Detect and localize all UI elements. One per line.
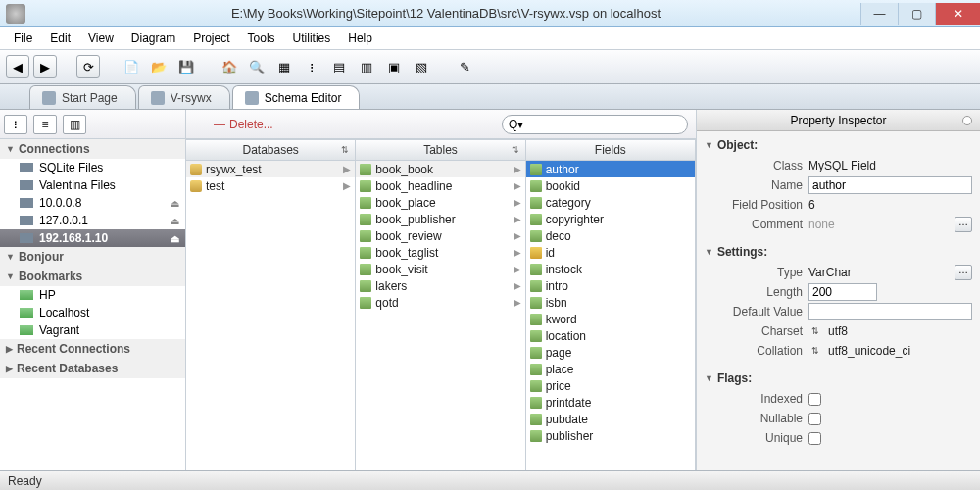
sidebar-item-127-0-0-1[interactable]: 127.0.0.1⏏ [0, 212, 185, 229]
new-icon[interactable]: 📄 [120, 55, 143, 78]
row-isbn[interactable]: isbn [526, 294, 695, 311]
row-author[interactable]: author [526, 161, 695, 177]
row-icon [530, 214, 542, 225]
tool5-icon[interactable]: ▤ [327, 55, 351, 78]
tab-schema-editor[interactable]: Schema Editor [232, 85, 361, 109]
diagram-icon[interactable]: ⫶ [300, 55, 323, 78]
search-box[interactable]: Q▾ [502, 115, 688, 134]
row-book_taglist[interactable]: book_taglist▶ [356, 244, 524, 261]
sidebar-section-recent-connections[interactable]: ▶Recent Connections [0, 339, 185, 359]
type-value[interactable]: VarChar [808, 266, 949, 279]
menu-view[interactable]: View [80, 29, 122, 47]
window-title: E:\My Books\Working\Sitepoint\12 Valenti… [31, 6, 860, 21]
sidebar-item-hp[interactable]: HP [0, 286, 185, 304]
databases-header[interactable]: Databases⇅ [186, 139, 356, 160]
length-input[interactable] [808, 283, 877, 301]
search-input[interactable] [523, 118, 681, 131]
row-book_visit[interactable]: book_visit▶ [356, 261, 524, 277]
nullable-checkbox[interactable] [808, 413, 821, 425]
back-button[interactable]: ◀ [6, 55, 29, 78]
sidebar-section-bookmarks[interactable]: ▼Bookmarks [0, 267, 185, 286]
view-tree-button[interactable]: ⫶ [4, 115, 27, 134]
tool7-icon[interactable]: ▣ [382, 55, 406, 78]
comment-more-button[interactable]: … [955, 217, 972, 232]
row-printdate[interactable]: printdate [526, 394, 695, 411]
collation-value[interactable]: utf8_unicode_ci [828, 344, 972, 358]
delete-button[interactable]: — Delete... [214, 118, 273, 131]
row-test[interactable]: test▶ [186, 177, 355, 194]
row-book_review[interactable]: book_review▶ [356, 227, 524, 244]
sidebar-item-192-168-1-10[interactable]: 192.168.1.10⏏ [0, 229, 185, 247]
indexed-checkbox[interactable] [808, 393, 821, 406]
menu-tools[interactable]: Tools [240, 29, 283, 47]
sidebar-item-sqlite-files[interactable]: SQLite Files [0, 159, 185, 176]
menu-utilities[interactable]: Utilities [285, 29, 339, 47]
refresh-button[interactable]: ⟳ [76, 55, 100, 78]
sidebar-section-connections[interactable]: ▼Connections [0, 139, 185, 159]
search-icon[interactable]: 🔍 [245, 55, 269, 78]
row-rsywx_test[interactable]: rsywx_test▶ [186, 161, 355, 177]
row-instock[interactable]: instock [526, 261, 695, 277]
save-icon[interactable]: 💾 [174, 55, 198, 78]
close-button[interactable]: ✕ [935, 3, 980, 24]
name-input[interactable] [808, 176, 972, 194]
forward-button[interactable]: ▶ [33, 55, 57, 78]
type-more-button[interactable]: … [955, 265, 972, 280]
tab-start-page[interactable]: Start Page [29, 85, 136, 109]
menu-edit[interactable]: Edit [42, 29, 78, 47]
row-category[interactable]: category [526, 194, 695, 211]
sidebar-item-10-0-0-8[interactable]: 10.0.0.8⏏ [0, 194, 185, 212]
eject-icon[interactable]: ⏏ [171, 216, 179, 226]
brush-icon[interactable]: ✎ [453, 55, 476, 78]
view-columns-button[interactable]: ▥ [63, 115, 86, 134]
charset-value[interactable]: utf8 [828, 324, 972, 338]
row-deco[interactable]: deco [526, 227, 695, 244]
sidebar-section-recent-databases[interactable]: ▶Recent Databases [0, 359, 185, 378]
sql-icon[interactable]: ▦ [272, 55, 296, 78]
menu-project[interactable]: Project [185, 29, 237, 47]
sidebar-item-vagrant[interactable]: Vagrant [0, 321, 185, 339]
settings-section-header[interactable]: ▼Settings: [705, 245, 972, 259]
row-qotd[interactable]: qotd▶ [356, 294, 524, 311]
row-book_place[interactable]: book_place▶ [356, 194, 524, 211]
minimize-button[interactable]: — [860, 3, 898, 24]
menu-diagram[interactable]: Diagram [123, 29, 183, 47]
home-icon[interactable]: 🏠 [218, 55, 241, 78]
row-pubdate[interactable]: pubdate [526, 411, 695, 427]
inspector-dot-icon[interactable] [962, 116, 972, 125]
row-page[interactable]: page [526, 344, 695, 361]
row-intro[interactable]: intro [526, 277, 695, 294]
row-kword[interactable]: kword [526, 311, 695, 327]
open-icon[interactable]: 📂 [147, 55, 171, 78]
eject-icon[interactable]: ⏏ [171, 198, 179, 209]
row-id[interactable]: id [526, 244, 695, 261]
menu-file[interactable]: File [6, 29, 40, 47]
sidebar-section-bonjour[interactable]: ▼Bonjour [0, 247, 185, 267]
row-bookid[interactable]: bookid [526, 177, 695, 194]
sidebar-item-valentina-files[interactable]: Valentina Files [0, 176, 185, 194]
row-book_headline[interactable]: book_headline▶ [356, 177, 524, 194]
menu-help[interactable]: Help [340, 29, 380, 47]
row-icon [530, 247, 542, 259]
eject-icon[interactable]: ⏏ [171, 233, 179, 244]
row-price[interactable]: price [526, 377, 695, 394]
tab-v-rsywx[interactable]: V-rsywx [138, 85, 230, 109]
unique-checkbox[interactable] [808, 432, 821, 445]
view-list-button[interactable]: ≡ [33, 115, 57, 134]
tables-header[interactable]: Tables⇅ [356, 139, 525, 160]
row-place[interactable]: place [526, 361, 695, 377]
maximize-button[interactable]: ▢ [898, 3, 935, 24]
flags-section-header[interactable]: ▼Flags: [705, 371, 972, 385]
row-publisher[interactable]: publisher [526, 427, 695, 444]
row-copyrighter[interactable]: copyrighter [526, 211, 695, 227]
tool6-icon[interactable]: ▥ [355, 55, 378, 78]
default-input[interactable] [808, 303, 972, 320]
object-section-header[interactable]: ▼Object: [705, 138, 972, 152]
sidebar-item-localhost[interactable]: Localhost [0, 304, 185, 321]
row-book_book[interactable]: book_book▶ [356, 161, 524, 177]
fields-header[interactable]: Fields [526, 139, 696, 160]
row-book_publisher[interactable]: book_publisher▶ [356, 211, 524, 227]
row-lakers[interactable]: lakers▶ [356, 277, 524, 294]
tool8-icon[interactable]: ▧ [410, 55, 433, 78]
row-location[interactable]: location [526, 327, 695, 344]
